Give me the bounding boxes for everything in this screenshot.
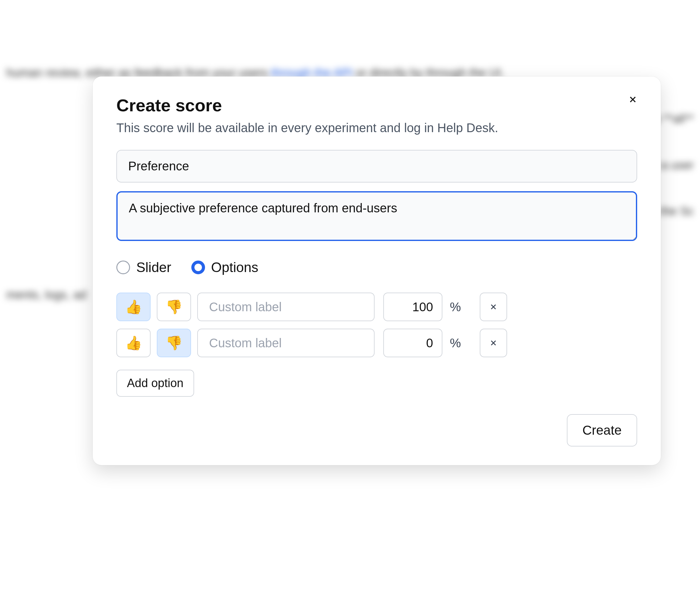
remove-option-button[interactable] — [480, 329, 507, 357]
create-button[interactable]: Create — [567, 414, 637, 446]
option-value-input[interactable] — [383, 293, 442, 321]
remove-option-button[interactable] — [480, 293, 507, 321]
create-score-modal: Create score This score will be availabl… — [93, 77, 661, 465]
thumbs-down-button[interactable]: 👎 — [157, 293, 191, 321]
radio-options[interactable]: Options — [191, 260, 259, 275]
close-button[interactable] — [625, 92, 640, 107]
radio-slider-label: Slider — [136, 260, 172, 275]
thumbs-up-icon: 👍 — [125, 299, 142, 315]
add-option-button[interactable]: Add option — [116, 370, 194, 397]
option-value-input[interactable] — [383, 329, 442, 357]
radio-options-label: Options — [211, 260, 259, 275]
options-list: 👍 👎 % 👍 👎 % — [116, 293, 637, 357]
radio-circle-icon — [116, 260, 130, 274]
thumbs-up-icon: 👍 — [125, 335, 142, 351]
modal-title: Create score — [116, 95, 637, 115]
thumbs-up-button[interactable]: 👍 — [116, 329, 151, 357]
custom-label-input[interactable] — [197, 329, 375, 357]
modal-subtitle: This score will be available in every ex… — [116, 121, 637, 135]
score-description-input[interactable]: A subjective preference captured from en… — [116, 191, 637, 241]
percent-label: % — [450, 300, 461, 314]
modal-footer: Create — [116, 414, 637, 446]
score-name-input[interactable] — [116, 150, 637, 183]
option-row: 👍 👎 % — [116, 293, 637, 321]
close-icon — [489, 302, 498, 311]
close-icon — [489, 339, 498, 347]
custom-label-input[interactable] — [197, 293, 375, 321]
option-row: 👍 👎 % — [116, 329, 637, 357]
thumbs-down-icon: 👎 — [166, 335, 183, 351]
modal-header: Create score This score will be availabl… — [116, 95, 637, 135]
radio-circle-selected-icon — [191, 260, 205, 274]
close-icon — [628, 95, 638, 104]
thumbs-down-icon: 👎 — [166, 299, 183, 315]
radio-slider[interactable]: Slider — [116, 260, 172, 275]
percent-label: % — [450, 336, 461, 350]
score-type-radio-group: Slider Options — [116, 260, 637, 275]
thumbs-down-button[interactable]: 👎 — [157, 329, 191, 357]
thumbs-up-button[interactable]: 👍 — [116, 293, 151, 321]
